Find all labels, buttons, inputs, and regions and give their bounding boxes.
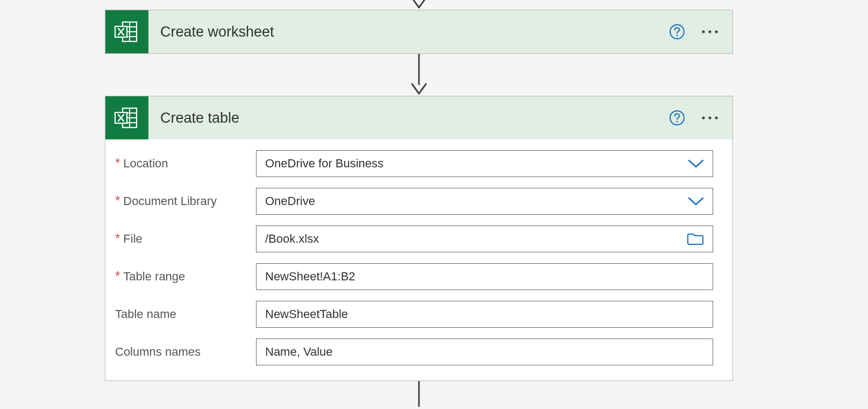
field-label-text: File	[123, 232, 142, 246]
file-input[interactable]: /Book.xlsx	[256, 225, 713, 252]
field-value: Name, Value	[265, 345, 704, 359]
field-value: NewSheet!A1:B2	[265, 270, 704, 284]
field-value: OneDrive	[265, 194, 684, 208]
step-create-worksheet[interactable]: Create worksheet	[105, 10, 733, 54]
step-title: Create table	[148, 110, 669, 126]
table-range-input[interactable]: NewSheet!A1:B2	[256, 263, 713, 290]
svg-point-11	[715, 30, 717, 33]
flow-connector	[409, 381, 429, 407]
excel-icon	[105, 96, 148, 139]
required-marker: *	[115, 195, 120, 206]
svg-point-8	[677, 35, 678, 37]
svg-point-23	[715, 116, 717, 119]
step-body: * Location OneDrive for Business * Docum…	[105, 139, 732, 380]
document-library-dropdown[interactable]: OneDrive	[256, 188, 713, 215]
field-label-text: Table range	[123, 270, 185, 284]
location-dropdown[interactable]: OneDrive for Business	[256, 150, 713, 177]
required-marker: *	[115, 158, 120, 168]
flow-connector	[409, 54, 429, 96]
field-label-text: Location	[123, 157, 168, 171]
folder-icon[interactable]	[687, 232, 704, 245]
field-label: * Table range	[115, 270, 256, 284]
field-label: Table name	[115, 307, 256, 321]
step-header[interactable]: Create table	[105, 96, 732, 139]
more-icon[interactable]	[700, 110, 720, 126]
step-header[interactable]: Create worksheet	[105, 10, 732, 53]
help-icon[interactable]	[669, 110, 685, 126]
step-create-table: Create table	[105, 96, 733, 381]
field-label-text: Table name	[115, 307, 176, 321]
table-name-input[interactable]: NewSheetTable	[256, 301, 713, 328]
svg-point-22	[708, 116, 711, 119]
chevron-down-icon	[688, 196, 704, 206]
field-location: * Location OneDrive for Business	[115, 145, 713, 182]
excel-icon	[105, 10, 148, 53]
field-label-text: Columns names	[115, 345, 201, 359]
field-value: NewSheetTable	[265, 307, 704, 321]
field-value: OneDrive for Business	[265, 157, 684, 171]
help-icon[interactable]	[669, 24, 685, 40]
field-label: * Location	[115, 157, 256, 171]
field-label: * File	[115, 232, 256, 246]
field-label-text: Document Library	[123, 194, 217, 208]
field-columns-names: Columns names Name, Value	[115, 333, 713, 371]
svg-point-10	[708, 30, 711, 33]
chevron-down-icon	[688, 159, 704, 168]
field-document-library: * Document Library OneDrive	[115, 182, 713, 220]
svg-point-21	[702, 116, 705, 119]
field-label: Columns names	[115, 345, 256, 359]
required-marker: *	[115, 271, 120, 281]
field-file: * File /Book.xlsx	[115, 220, 713, 258]
columns-names-input[interactable]: Name, Value	[256, 339, 713, 365]
step-title: Create worksheet	[148, 24, 669, 40]
more-icon[interactable]	[700, 24, 720, 40]
field-table-range: * Table range NewSheet!A1:B2	[115, 258, 713, 295]
field-value: /Book.xlsx	[265, 232, 682, 246]
field-label: * Document Library	[115, 194, 256, 208]
svg-point-9	[702, 30, 705, 33]
field-table-name: Table name NewSheetTable	[115, 295, 713, 333]
svg-point-20	[677, 121, 678, 123]
required-marker: *	[115, 233, 120, 243]
flow-arrow-head	[409, 0, 429, 10]
